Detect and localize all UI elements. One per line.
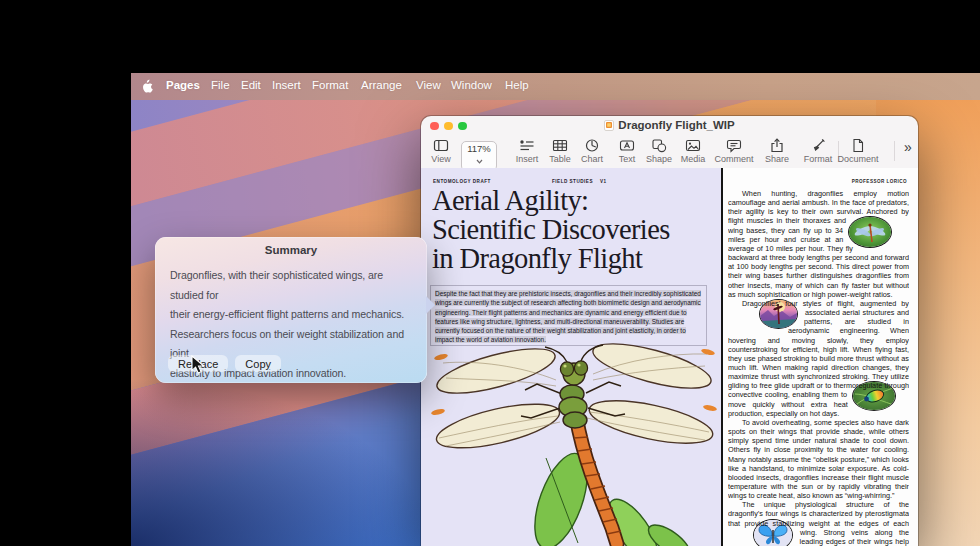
document-icon	[850, 138, 866, 153]
menu-item-help[interactable]: Help	[505, 79, 529, 91]
menu-item-insert[interactable]: Insert	[272, 79, 301, 91]
paragraph[interactable]: When hunting, dragonflies employ motion …	[728, 189, 909, 299]
popup-arrow	[426, 296, 435, 314]
kicker-left: ENTOMOLOGY DRAFT	[433, 179, 491, 184]
document-page-left[interactable]: ENTOMOLOGY DRAFT FIELD STUDIES V1 Aerial…	[421, 168, 721, 546]
menu-item-view[interactable]: View	[416, 79, 441, 91]
menu-item-window[interactable]: Window	[451, 79, 492, 91]
format-brush-icon	[810, 138, 826, 153]
menu-item-pages[interactable]: Pages	[166, 79, 200, 91]
byline: PROFESSOR LORICO	[852, 179, 907, 184]
title-bar[interactable]: Dragonfly Flight_WIP	[421, 116, 918, 136]
toolbar-document-button[interactable]: Document	[828, 138, 888, 164]
dragonfly-illustration[interactable]	[421, 338, 721, 546]
toolbar: View 117% Zoom Insert Table Chart Text S…	[421, 136, 918, 169]
paragraph[interactable]: The unique physiological structure of th…	[728, 500, 909, 546]
document-page-right[interactable]: PROFESSOR LORICO When hunting, dragonfli…	[723, 168, 918, 546]
desktop: { "menubar": { "items": ["Pages", "File"…	[0, 0, 980, 546]
sidebar-view-icon	[433, 138, 449, 153]
document-canvas: ENTOMOLOGY DRAFT FIELD STUDIES V1 Aerial…	[421, 168, 918, 546]
menu-item-file[interactable]: File	[211, 79, 230, 91]
toolbar-separator	[894, 141, 895, 161]
share-icon	[769, 138, 785, 153]
selected-text[interactable]: Despite the fact that they are prehistor…	[435, 290, 701, 343]
menu-item-format[interactable]: Format	[312, 79, 348, 91]
apple-logo-icon[interactable]	[141, 79, 154, 94]
kicker-right: V1	[600, 179, 607, 184]
pages-document-icon	[604, 120, 614, 131]
paragraph[interactable]: Dragonflies’ four styles of flight, augm…	[728, 299, 909, 418]
mouse-cursor	[191, 355, 205, 375]
chevron-down-icon	[476, 154, 483, 169]
dragonfly-photo-oval[interactable]	[849, 217, 891, 247]
paragraph[interactable]: To avoid overheating, some species also …	[728, 418, 909, 500]
menu-bar: Pages File Edit Insert Format Arrange Vi…	[131, 73, 980, 100]
comment-icon	[726, 138, 742, 153]
toolbar-overflow-button[interactable]: »	[904, 139, 912, 155]
article-title[interactable]: Aerial Agility: Scientific Discoveries i…	[432, 186, 670, 273]
media-icon	[685, 138, 701, 153]
window-title: Dragonfly Flight_WIP	[421, 119, 918, 131]
selected-paragraph-box[interactable]: Despite the fact that they are prehistor…	[430, 285, 707, 346]
menu-item-arrange[interactable]: Arrange	[361, 79, 402, 91]
menu-item-edit[interactable]: Edit	[241, 79, 261, 91]
popup-title: Summary	[155, 244, 427, 256]
pages-window: Dragonfly Flight_WIP View 117% Zoom Inse…	[421, 116, 918, 546]
kicker-center: FIELD STUDIES	[552, 179, 593, 184]
body-text-column[interactable]: When hunting, dragonflies employ motion …	[728, 189, 909, 546]
copy-button[interactable]: Copy	[235, 355, 281, 372]
